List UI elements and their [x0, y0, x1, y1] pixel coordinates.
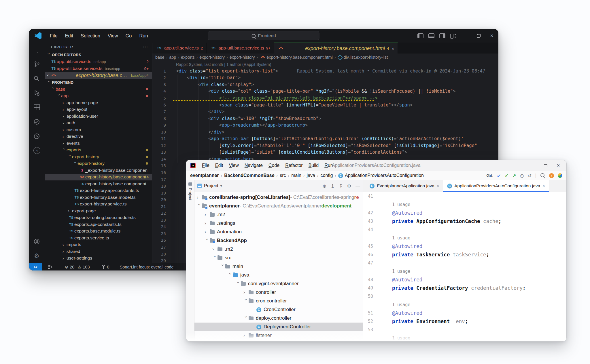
project-stripe-icon[interactable]	[188, 182, 192, 186]
menu-item-run[interactable]: Run	[139, 33, 148, 39]
tree-item[interactable]: ›listener	[194, 331, 363, 340]
open-editor-item[interactable]: ×<>export-history.base.component.htmlbas…	[45, 72, 152, 79]
menu-item-navigate[interactable]: Navigate	[245, 163, 263, 168]
tree-item[interactable]: ›base	[45, 86, 152, 93]
minimize-button[interactable]: —	[459, 29, 472, 43]
tree-item[interactable]: TSexport-history.service.ts	[45, 201, 152, 208]
tree-item[interactable]: S_export-history.base.componen	[45, 167, 152, 174]
menu-item-go[interactable]: Go	[125, 33, 132, 39]
tree-item[interactable]: ›Automation	[194, 228, 363, 236]
tree-item[interactable]: ›export-page	[45, 207, 152, 214]
menu-item-view[interactable]: View	[108, 33, 118, 39]
expand-all-icon[interactable]: ↥	[331, 183, 334, 189]
git-graph-icon[interactable]	[48, 265, 53, 270]
minimize-button[interactable]: —	[527, 160, 539, 171]
toggle-secondary-sidebar-icon[interactable]	[439, 33, 445, 38]
tree-item[interactable]: ›cron.controller	[194, 297, 363, 305]
close-tab-icon[interactable]: ×	[392, 46, 394, 51]
open-editor-item[interactable]: TSapp.util.service.tssrc\app2	[45, 58, 152, 65]
close-button[interactable]: ×	[485, 29, 498, 43]
remote-indicator[interactable]: ><	[29, 263, 42, 270]
tree-item[interactable]: TSexport-history.base.component	[45, 180, 152, 187]
menu-item-edit[interactable]: Edit	[65, 33, 73, 39]
chevron-down-icon[interactable]: ▾	[220, 184, 222, 188]
more-actions-icon[interactable]: ⋯	[143, 44, 148, 50]
source-control-icon[interactable]	[29, 57, 45, 71]
explorer-icon[interactable]	[29, 43, 45, 57]
breadcrumb[interactable]: eventplanner›BackendCommonBase›src›main›…	[190, 173, 424, 178]
update-project-icon[interactable]: ↙	[497, 173, 501, 178]
tree-item[interactable]: ›eventplanner - C:\EvaGeneratedApps\even…	[194, 202, 363, 210]
tree-item[interactable]: ›corelibraries-spring [CoreLibraries] - …	[194, 193, 363, 202]
rollback-icon[interactable]: ↺	[527, 173, 531, 178]
tree-item[interactable]: ›.settings	[194, 219, 363, 228]
tree-item[interactable]: ›controller	[194, 288, 363, 297]
locate-file-icon[interactable]: ⊕	[322, 183, 326, 189]
tree-item[interactable]: TSexports-routing.base.module.ts	[45, 214, 152, 221]
tree-item[interactable]: ›.m2	[194, 210, 363, 219]
java-code-editor[interactable]: 411 usage42@Autowired43private AppConfig…	[363, 192, 566, 342]
command-center-search[interactable]: Frontend	[208, 31, 319, 40]
close-editor-icon[interactable]: ×	[45, 73, 50, 78]
tree-item[interactable]: ›.m2	[194, 245, 363, 254]
tree-item[interactable]: ›com.vgint.eventplanner	[194, 279, 363, 288]
editor-tab[interactable]: TSapp.util.service.ts2	[152, 43, 207, 54]
toggle-panel-icon[interactable]	[428, 33, 434, 38]
tree-item[interactable]: ›src	[194, 254, 363, 262]
panel-settings-gear-icon[interactable]: ⚙	[347, 183, 351, 189]
search-sidebar-icon[interactable]	[29, 71, 45, 86]
tree-item[interactable]: TSexport-history.base.model.ts	[45, 194, 152, 201]
search-everywhere-icon[interactable]	[540, 173, 545, 178]
breadcrumb-item[interactable]: div.list.export-history-list	[343, 55, 388, 60]
editor-tab[interactable]: CApplicationProvidersAutoConfiguration.j…	[443, 180, 549, 192]
tree-item[interactable]: ›directive	[45, 133, 152, 140]
push-icon[interactable]: ↗	[512, 173, 516, 178]
tree-item[interactable]: ›java	[194, 271, 363, 279]
close-tab-icon[interactable]: ×	[437, 184, 439, 188]
circled-dial-icon[interactable]	[29, 115, 45, 129]
tree-item[interactable]: CCronController	[194, 305, 363, 314]
settings-gear-icon[interactable]: ⚙	[29, 249, 45, 263]
collapse-all-icon[interactable]: ↧	[339, 183, 343, 189]
breadcrumb-item[interactable]: src	[280, 173, 286, 178]
tree-item[interactable]: ›app-layout	[45, 106, 152, 113]
tree-item[interactable]: TSexports.api-constants.ts	[45, 221, 152, 228]
tree-item[interactable]: ›exports	[45, 147, 152, 154]
tree-item[interactable]: ›custom	[45, 126, 152, 133]
breadcrumb-item[interactable]: exports	[181, 55, 195, 60]
tree-item[interactable]: ›deploy.controller	[194, 314, 363, 323]
tree-item[interactable]: ›imports	[45, 241, 152, 248]
menu-item-view[interactable]: View	[229, 163, 239, 168]
tree-item[interactable]: ›user-settings	[45, 255, 152, 262]
commit-check-icon[interactable]: ✓	[505, 173, 508, 178]
menu-item-selection[interactable]: Selection	[81, 33, 100, 39]
tree-item[interactable]: ›events	[45, 140, 152, 147]
breadcrumb-item[interactable]: app	[169, 55, 176, 60]
toggle-sidebar-icon[interactable]	[417, 33, 423, 38]
tree-item[interactable]: ›main	[194, 262, 363, 271]
breadcrumb-item[interactable]: export-history	[230, 55, 255, 60]
restore-button[interactable]	[539, 160, 552, 171]
extensions-icon[interactable]	[29, 100, 45, 115]
menu-item-code[interactable]: Code	[268, 163, 279, 168]
breadcrumb[interactable]: base›app›exports›export-history›export-h…	[152, 54, 498, 61]
tree-item[interactable]: ›export-history	[45, 160, 152, 167]
circled-clock-icon[interactable]	[29, 129, 45, 143]
tree-item[interactable]: ›shared	[45, 248, 152, 255]
editor-tab[interactable]: TSapp-util.base.service.ts9+	[207, 43, 274, 54]
problems-summary[interactable]: ⊗ 20 ⚠ 103	[65, 265, 90, 269]
breadcrumb-item[interactable]: java	[307, 173, 315, 178]
tree-item[interactable]: ›app-home-page	[45, 99, 152, 106]
close-tab-icon[interactable]: ×	[542, 184, 545, 188]
frontend-section[interactable]: › FRONTEND	[45, 79, 152, 86]
hide-panel-icon[interactable]: —	[355, 183, 360, 188]
editor-tab[interactable]: CEventplannerApplication.java×	[366, 180, 443, 192]
menu-item-edit[interactable]: Edit	[215, 163, 223, 168]
breadcrumb-item[interactable]: main	[291, 173, 301, 178]
editor-tab[interactable]: <>export-history.base.component.html4×	[274, 43, 398, 54]
sonarlint-status[interactable]: SonarLint focus: overall code	[120, 265, 174, 269]
codelens-annotation[interactable]: Rappit System, last month | 1 author (Ra…	[152, 61, 498, 68]
customize-layout-icon[interactable]	[450, 34, 456, 38]
tree-item[interactable]: <>export-history.base.component4	[45, 174, 152, 181]
tree-item[interactable]: TSexports.service.ts	[45, 235, 152, 241]
